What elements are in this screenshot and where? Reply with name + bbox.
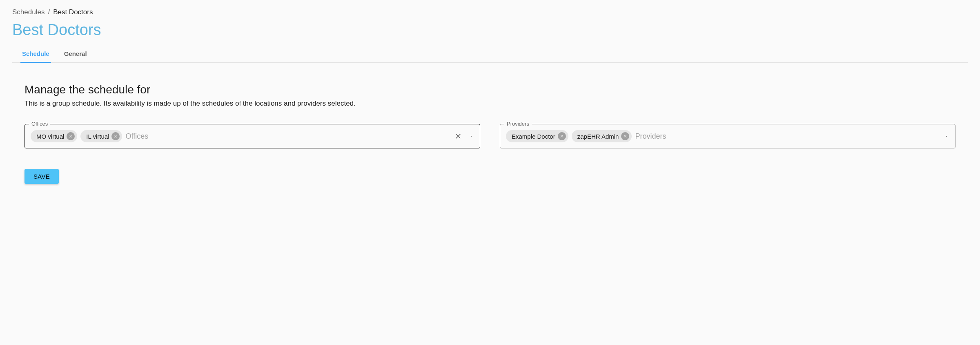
office-chip: IL virtual	[80, 130, 122, 142]
offices-label: Offices	[29, 121, 50, 127]
close-icon[interactable]	[621, 132, 629, 140]
offices-field[interactable]: Offices MO virtual IL virtual	[24, 124, 480, 148]
save-button[interactable]: SAVE	[24, 169, 59, 184]
offices-field-wrapper: Offices MO virtual IL virtual	[24, 124, 480, 148]
breadcrumb-current: Best Doctors	[53, 8, 93, 16]
fields-row: Offices MO virtual IL virtual	[24, 124, 956, 148]
offices-input[interactable]	[125, 132, 474, 141]
provider-chip: zapEHR Admin	[572, 130, 632, 142]
provider-chip-label: zapEHR Admin	[577, 133, 619, 140]
page-title: Best Doctors	[12, 21, 968, 39]
clear-icon[interactable]	[454, 132, 463, 141]
providers-input[interactable]	[635, 132, 949, 141]
chevron-down-icon[interactable]	[467, 132, 476, 141]
tabs: Schedule General	[12, 46, 968, 63]
breadcrumb-parent-link[interactable]: Schedules	[12, 8, 45, 16]
close-icon[interactable]	[67, 132, 75, 140]
chevron-down-icon[interactable]	[942, 132, 951, 141]
provider-chip-label: Example Doctor	[512, 133, 555, 140]
tab-schedule[interactable]: Schedule	[20, 46, 51, 63]
section-heading: Manage the schedule for	[24, 83, 956, 96]
providers-label: Providers	[504, 121, 532, 127]
breadcrumb-separator: /	[48, 8, 50, 16]
providers-field-wrapper: Providers Example Doctor zapEHR Admin	[500, 124, 956, 148]
content: Manage the schedule for This is a group …	[12, 63, 968, 196]
offices-actions	[454, 132, 476, 141]
providers-field[interactable]: Providers Example Doctor zapEHR Admin	[500, 124, 956, 148]
provider-chip: Example Doctor	[506, 130, 568, 142]
breadcrumb: Schedules / Best Doctors	[12, 8, 968, 16]
providers-actions	[942, 132, 951, 141]
office-chip-label: IL virtual	[86, 133, 109, 140]
close-icon[interactable]	[111, 132, 120, 140]
office-chip: MO virtual	[31, 130, 77, 142]
office-chip-label: MO virtual	[36, 133, 64, 140]
section-description: This is a group schedule. Its availabili…	[24, 100, 956, 108]
tab-general[interactable]: General	[62, 46, 89, 63]
close-icon[interactable]	[558, 132, 566, 140]
